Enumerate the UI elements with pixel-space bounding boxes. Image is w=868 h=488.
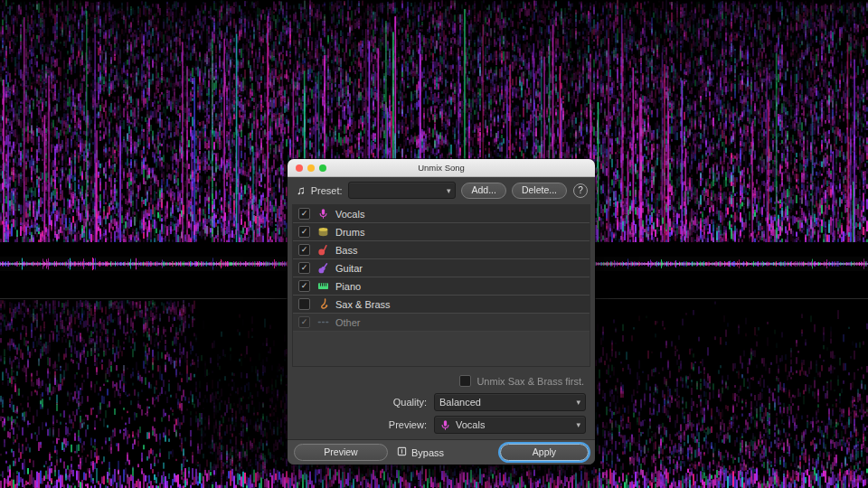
dialog-footer: Preview Bypass Apply <box>288 439 595 465</box>
close-button[interactable] <box>296 164 303 172</box>
unmix-first-row: Unmix Sax & Brass first. <box>288 367 595 389</box>
unmix-first-checkbox[interactable] <box>459 375 471 387</box>
music-note-icon: ♫ <box>297 184 306 196</box>
preset-delete-button[interactable]: Delete... <box>512 183 567 199</box>
bypass-icon <box>397 446 407 458</box>
preview-value: Vocals <box>456 419 572 430</box>
stem-row[interactable]: ✓ Piano <box>293 277 590 296</box>
stem-label: Vocals <box>335 209 364 220</box>
stem-checkbox[interactable]: ✓ <box>298 226 310 238</box>
stem-label: Other <box>335 317 361 328</box>
drum-icon <box>316 226 329 239</box>
waves-icon <box>316 316 329 329</box>
microphone-icon <box>316 208 329 221</box>
stem-row[interactable]: ✓ Drums <box>293 223 590 241</box>
stem-row[interactable]: Sax & Brass <box>293 296 590 314</box>
bypass-toggle[interactable]: Bypass <box>397 446 444 458</box>
stem-label: Piano <box>335 281 361 292</box>
quality-row: Quality: Balanced ▾ <box>288 389 595 411</box>
stem-label: Sax & Brass <box>335 299 391 310</box>
unmix-song-dialog: Unmix Song ♫ Preset: ▾ Add... Delete... … <box>288 159 595 465</box>
stem-checkbox[interactable]: ✓ <box>298 244 310 256</box>
stem-list: ✓ Vocals ✓ Drums ✓ Bass ✓ Guitar ✓ Piano… <box>292 204 590 367</box>
preset-select[interactable]: ▾ <box>348 182 457 199</box>
chevron-down-icon: ▾ <box>576 420 580 429</box>
preset-row: ♫ Preset: ▾ Add... Delete... ? <box>288 177 595 202</box>
preset-add-button[interactable]: Add... <box>461 183 505 199</box>
apply-button[interactable]: Apply <box>500 444 589 461</box>
quality-value: Balanced <box>439 397 572 408</box>
stem-checkbox[interactable]: ✓ <box>298 208 310 220</box>
stem-checkbox[interactable] <box>298 298 310 310</box>
stem-checkbox[interactable]: ✓ <box>298 280 310 292</box>
preview-label: Preview: <box>389 419 427 430</box>
stem-row[interactable]: ✓ Guitar <box>293 259 590 277</box>
preview-select[interactable]: Vocals ▾ <box>434 416 586 434</box>
bass-icon <box>316 244 329 257</box>
unmix-first-label: Unmix Sax & Brass first. <box>476 376 584 387</box>
chevron-down-icon: ▾ <box>447 186 451 195</box>
stem-label: Drums <box>335 227 364 238</box>
bypass-label: Bypass <box>411 447 444 458</box>
quality-label: Quality: <box>393 397 427 408</box>
piano-icon <box>316 280 329 293</box>
quality-select[interactable]: Balanced ▾ <box>434 393 586 411</box>
stem-checkbox[interactable]: ✓ <box>298 316 310 328</box>
stem-checkbox[interactable]: ✓ <box>298 262 310 274</box>
microphone-icon <box>439 419 451 431</box>
stem-row[interactable]: ✓ Other <box>293 314 590 332</box>
help-icon[interactable]: ? <box>573 183 588 198</box>
zoom-button[interactable] <box>319 164 326 172</box>
stem-row[interactable]: ✓ Vocals <box>293 205 590 223</box>
preview-row: Preview: Vocals ▾ <box>288 411 595 434</box>
saxophone-icon <box>316 298 329 311</box>
guitar-icon <box>316 262 329 275</box>
minimize-button[interactable] <box>307 164 315 172</box>
stem-row[interactable]: ✓ Bass <box>293 241 590 259</box>
preview-button[interactable]: Preview <box>294 444 388 461</box>
dialog-titlebar[interactable]: Unmix Song <box>288 159 595 177</box>
stem-label: Bass <box>335 245 357 256</box>
dialog-title: Unmix Song <box>418 163 465 173</box>
stem-label: Guitar <box>335 263 363 274</box>
chevron-down-icon: ▾ <box>576 398 580 407</box>
preset-label: Preset: <box>311 185 343 196</box>
